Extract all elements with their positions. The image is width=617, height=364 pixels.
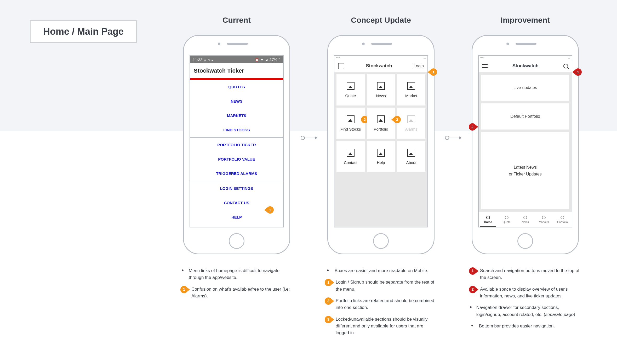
arrow-1 — [301, 136, 317, 140]
tab-dot-icon — [486, 216, 490, 219]
card-latest-news[interactable]: Latest News or Ticker Updates — [481, 132, 569, 209]
card-quote[interactable]: Quote — [336, 74, 365, 105]
col-title-concept: Concept Update — [351, 16, 411, 25]
body-improvement: Live updates Default Portfolio Latest Ne… — [479, 72, 572, 212]
tab-label: Portfolio — [557, 220, 568, 224]
note-row: •Navigation drawer for secondary section… — [469, 304, 581, 318]
tab-dot-icon — [561, 216, 564, 219]
tab-news[interactable]: News — [516, 212, 534, 227]
card3-line2: or Ticker Updates — [509, 171, 541, 178]
note-text: Confusion on what's available/free to th… — [191, 286, 293, 300]
bullet-icon: • — [469, 323, 475, 328]
menu-item[interactable]: PORTFOLIO TICKER — [190, 138, 283, 152]
note-text: Login / Signup should be separate from t… — [336, 279, 437, 293]
col-title-current: Current — [222, 16, 251, 25]
wireframe-status-bar: •••••▬ — [479, 56, 572, 60]
card3-line1: Latest News — [514, 164, 537, 171]
home-button[interactable] — [229, 233, 244, 249]
phone-improvement: •••••▬ Stockwatch Live updates Default P… — [472, 35, 579, 254]
home-button[interactable] — [517, 233, 533, 249]
hamburger-icon[interactable] — [482, 64, 488, 68]
badge-current-1: 1 — [266, 206, 274, 214]
page-title: Home / Main Page — [30, 20, 137, 43]
card-contact[interactable]: Contact — [336, 141, 365, 172]
tab-label: Quote — [503, 220, 511, 224]
note-badge: 2 — [325, 297, 332, 305]
notes-current: •Menu links of homepage is difficult to … — [180, 267, 293, 304]
image-icon — [407, 115, 415, 123]
card-grid-concept: QuoteNewsMarketFind Stocks2PortfolioAlar… — [334, 72, 427, 227]
notes-improvement: 1Search and navigation buttons moved to … — [469, 267, 581, 334]
col-current: Current 11:33 ∞ ⎋ ☁ ⏰ ✱ ◢ 27% ▯ Stockwat… — [180, 16, 293, 304]
tab-label: Markets — [539, 220, 549, 224]
note-row: 1Confusion on what's available/free to t… — [180, 286, 293, 300]
badge-concept-alarms: 3 — [393, 116, 401, 123]
card-label: Contact — [344, 160, 357, 165]
menu-item[interactable]: LOGIN SETTINGS — [190, 181, 283, 196]
tab-dot-icon — [523, 216, 527, 219]
note-badge: 1 — [325, 279, 332, 286]
note-row: •Boxes are easier and more readable on M… — [325, 267, 437, 274]
screen-improvement: •••••▬ Stockwatch Live updates Default P… — [478, 55, 572, 227]
card-default-portfolio[interactable]: Default Portfolio — [481, 103, 569, 130]
login-link[interactable]: Login — [414, 64, 424, 68]
card-about[interactable]: About — [397, 141, 425, 172]
header-improvement: Stockwatch — [479, 60, 572, 72]
tab-label: Home — [484, 220, 492, 224]
note-text: Navigation drawer for secondary sections… — [476, 304, 581, 318]
menu-item[interactable]: PORTFOLIO VALUE — [190, 152, 283, 166]
card-label: About — [406, 160, 416, 165]
bullet-icon: • — [469, 304, 473, 310]
app-title-improvement: Stockwatch — [512, 63, 539, 69]
app-title-concept: Stockwatch — [366, 63, 392, 69]
menu-item[interactable]: FIND STOCKS — [190, 123, 283, 137]
image-icon — [377, 115, 385, 123]
tab-portfolio[interactable]: Portfolio — [553, 212, 572, 227]
arrow-2 — [445, 136, 461, 140]
image-icon — [377, 149, 385, 157]
home-button[interactable] — [373, 233, 389, 249]
menu-item[interactable]: QUOTES — [190, 80, 283, 94]
tab-dot-icon — [505, 216, 509, 219]
tab-dot-icon — [542, 216, 546, 219]
menu-item[interactable]: MARKETS — [190, 108, 283, 123]
tab-markets[interactable]: Markets — [535, 212, 553, 227]
col-concept: Concept Update •••••▬ Stockwatch Login Q… — [325, 16, 437, 341]
phone-current: 11:33 ∞ ⎋ ☁ ⏰ ✱ ◢ 27% ▯ Stockwatch Ticke… — [183, 35, 290, 254]
tab-label: News — [522, 220, 529, 224]
badge-concept-login: 1 — [430, 68, 437, 76]
card-live-updates[interactable]: Live updates — [481, 75, 569, 101]
card-label: Market — [405, 93, 417, 98]
tab-home[interactable]: Home — [479, 212, 497, 227]
card-help[interactable]: Help — [367, 141, 395, 172]
android-status-bar: 11:33 ∞ ⎋ ☁ ⏰ ✱ ◢ 27% ▯ — [190, 56, 283, 63]
note-text: Menu links of homepage is difficult to n… — [189, 267, 293, 281]
bullet-icon: • — [180, 267, 185, 273]
menu-item[interactable]: TRIGGERED ALARMS — [190, 166, 283, 181]
image-icon — [377, 82, 385, 90]
badge-improvement-search: 1 — [574, 68, 582, 76]
app-title-current: Stockwatch Ticker — [190, 63, 283, 78]
bullet-icon: • — [325, 267, 331, 273]
note-row: •Menu links of homepage is difficult to … — [180, 267, 293, 281]
card-label: Alarms — [405, 127, 418, 131]
card-label: Help — [377, 160, 385, 165]
note-row: 2Portfolio links are related and should … — [325, 297, 437, 311]
note-text: Bottom bar provides easier navigation. — [479, 323, 555, 330]
notes-concept: •Boxes are easier and more readable on M… — [325, 267, 437, 341]
search-icon[interactable] — [563, 64, 568, 68]
menu-item[interactable]: NEWS — [190, 94, 283, 108]
card-label: News — [376, 93, 386, 98]
note-badge: 1 — [180, 286, 188, 293]
image-icon — [347, 115, 355, 123]
tab-quote[interactable]: Quote — [497, 212, 516, 227]
note-row: •Bottom bar provides easier navigation. — [469, 323, 581, 330]
card-market[interactable]: Market — [397, 74, 425, 105]
note-row: 1Search and navigation buttons moved to … — [469, 267, 581, 281]
status-icons-right: ⏰ ✱ ◢ — [255, 58, 270, 62]
card-portfolio[interactable]: Portfolio — [367, 108, 395, 139]
menu-icon[interactable] — [338, 63, 344, 69]
card-news[interactable]: News — [367, 74, 395, 105]
card-label: Quote — [345, 93, 356, 98]
card-find-stocks[interactable]: Find Stocks2 — [336, 108, 365, 139]
